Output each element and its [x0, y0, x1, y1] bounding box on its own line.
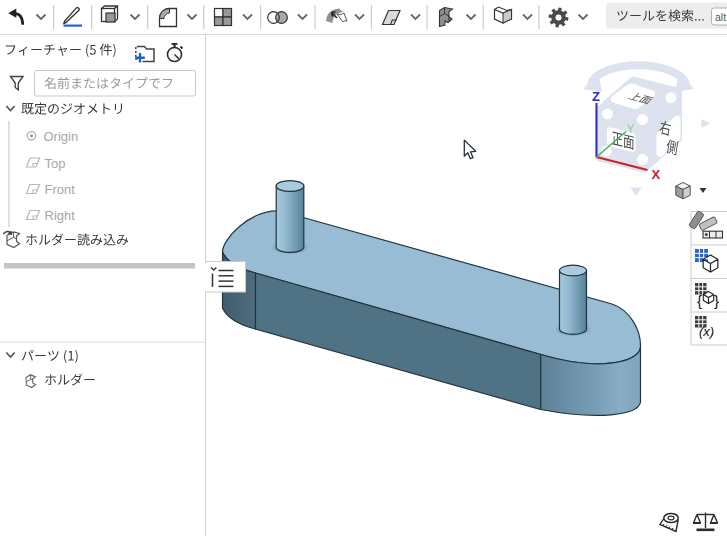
- svg-text:Front: Front: [45, 182, 76, 197]
- svg-text:Right: Right: [45, 208, 76, 223]
- svg-text:}: }: [714, 292, 719, 309]
- svg-text:Y: Y: [627, 122, 635, 136]
- svg-text:Top: Top: [45, 156, 66, 171]
- svg-text:alt: alt: [715, 11, 726, 23]
- svg-text:Origin: Origin: [44, 129, 79, 144]
- svg-text:X: X: [652, 167, 661, 182]
- svg-text:(x): (x): [699, 324, 714, 339]
- svg-text:{: {: [697, 292, 702, 309]
- svg-text:Z: Z: [592, 89, 600, 104]
